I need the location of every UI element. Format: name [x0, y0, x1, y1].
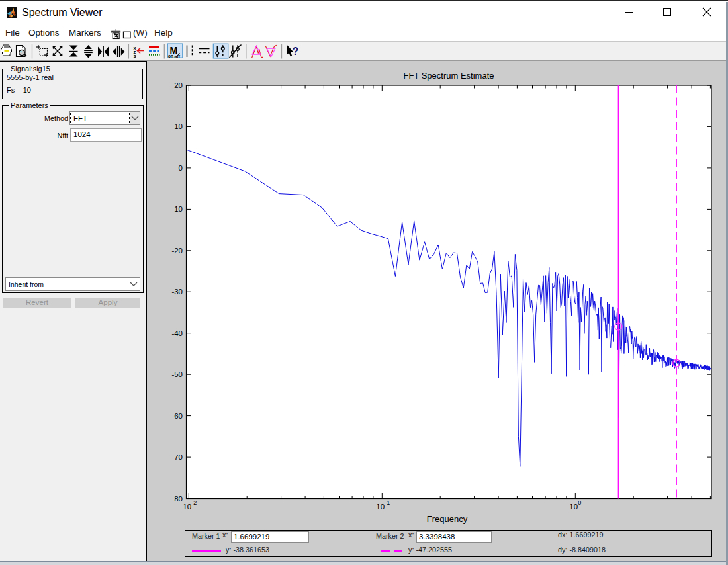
svg-text:10: 10 — [376, 503, 385, 511]
svg-text:0: 0 — [179, 164, 183, 172]
svg-text:10: 10 — [569, 503, 578, 511]
svg-text:FFT Spectrum Estimate: FFT Spectrum Estimate — [403, 71, 494, 81]
svg-text:20: 20 — [174, 81, 183, 89]
svg-text:-30: -30 — [171, 288, 183, 296]
svg-text:-70: -70 — [171, 453, 183, 461]
svg-text:-2: -2 — [191, 500, 197, 506]
svg-text:-80: -80 — [171, 495, 183, 503]
svg-text:-60: -60 — [171, 412, 183, 420]
svg-text:-10: -10 — [171, 205, 183, 213]
svg-text:-40: -40 — [171, 329, 183, 337]
svg-text:on: on — [168, 54, 173, 58]
svg-text:Frequency: Frequency — [427, 514, 468, 524]
svg-text:10: 10 — [174, 122, 183, 130]
svg-text:0: 0 — [578, 500, 581, 506]
svg-text:s: s — [134, 53, 136, 59]
svg-text:-50: -50 — [171, 370, 183, 378]
svg-text:-1: -1 — [385, 500, 390, 506]
svg-text:-20: -20 — [171, 247, 183, 255]
svg-text:?: ? — [293, 46, 299, 57]
svg-text:10: 10 — [183, 503, 191, 511]
svg-text:off: off — [175, 54, 181, 59]
